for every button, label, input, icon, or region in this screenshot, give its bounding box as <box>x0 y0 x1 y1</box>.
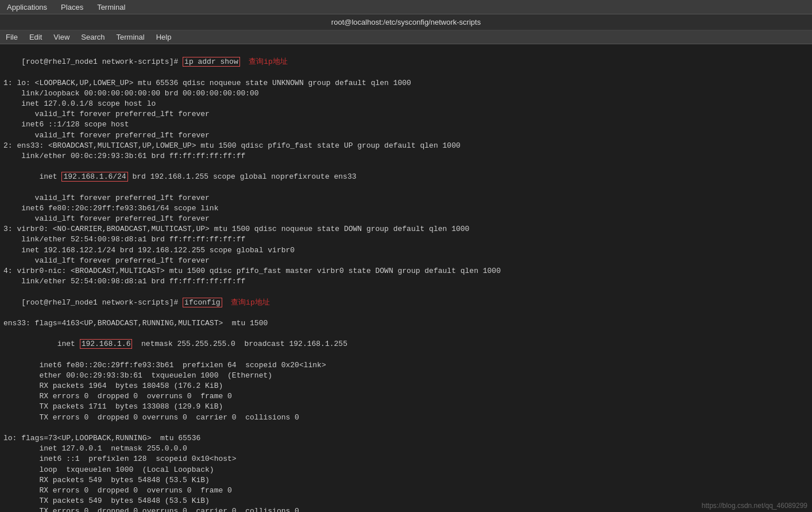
terminal-line-34: RX errors 0 dropped 0 overruns 0 frame 0 <box>3 486 809 496</box>
title-bar: root@localhost:/etc/sysconfig/network-sc… <box>0 14 812 30</box>
terminal-line-2: link/loopback 00:00:00:00:00:00 brd 00:0… <box>3 88 809 99</box>
annotation-1: 查询ip地址 <box>222 298 270 307</box>
inet-suffix-1: brd 192.168.1.255 scope global noprefixr… <box>128 172 357 181</box>
edit-menu[interactable]: Edit <box>26 32 45 43</box>
prompt-0: [root@rhel7_node1 network-scripts]# <box>21 57 183 66</box>
view-menu[interactable]: View <box>50 32 73 43</box>
terminal-line-23: ether 00:0c:29:93:3b:61 txqueuelen 1000 … <box>3 371 809 381</box>
terminal-line-5: inet6 ::1/128 scope host <box>3 120 809 130</box>
top-menubar: Applications Places Terminal <box>0 0 812 14</box>
terminal-line-28 <box>3 423 809 433</box>
terminal-line-6: valid_lft forever preferred_lft forever <box>3 130 809 141</box>
app-menubar: File Edit View Search Terminal Help <box>0 30 812 44</box>
terminal-line-16: valid_lft forever preferred_lft forever <box>3 256 809 266</box>
terminal-line-11: inet6 fe80::20c:29ff:fe93:3b61/64 scope … <box>3 203 809 214</box>
terminal-content[interactable]: [root@rhel7_node1 network-scripts]# ip a… <box>0 44 812 512</box>
inet-prefix-2: inet <box>21 340 79 348</box>
inet-prefix-1: inet <box>21 172 61 181</box>
terminal-line-25: RX errors 0 dropped 0 overruns 0 frame 0 <box>3 391 809 402</box>
terminal-line-27: TX errors 0 dropped 0 overruns 0 carrier… <box>3 413 809 423</box>
terminal-line-20: ens33: flags=4163<UP,BROADCAST,RUNNING,M… <box>3 318 809 329</box>
terminal-line-15: inet 192.168.122.1/24 brd 192.168.122.25… <box>3 245 809 256</box>
search-menu[interactable]: Search <box>78 32 108 43</box>
help-menu[interactable]: Help <box>153 32 175 43</box>
terminal-line-12: valid_lft forever preferred_lft forever <box>3 214 809 224</box>
terminal-line-0: [root@rhel7_node1 network-scripts]# ip a… <box>3 47 809 78</box>
terminal-line-30: inet 127.0.0.1 netmask 255.0.0.0 <box>3 444 809 454</box>
applications-menu[interactable]: Applications <box>5 2 49 13</box>
annotation-0: 查询ip地址 <box>240 57 288 66</box>
terminal-line-18: link/ether 52:54:00:98:d8:a1 brd ff:ff:f… <box>3 276 809 287</box>
places-menu[interactable]: Places <box>59 2 86 13</box>
terminal-line-9: inet 192.168.1.6/24 brd 192.168.1.255 sc… <box>3 161 809 193</box>
terminal-line-4: valid_lft forever preferred_lft forever <box>3 109 809 120</box>
terminal-line-17: 4: virbr0-nic: <BROADCAST,MULTICAST> mtu… <box>3 266 809 276</box>
terminal-line-35: TX packets 549 bytes 54848 (53.5 KiB) <box>3 496 809 506</box>
inet-suffix-2: netmask 255.255.255.0 broadcast 192.168.… <box>132 340 347 348</box>
terminal-line-32: loop txqueuelen 1000 (Local Loopback) <box>3 465 809 475</box>
terminal-line-10: valid_lft forever preferred_lft forever <box>3 193 809 203</box>
prompt-1: [root@rhel7_node1 network-scripts]# <box>21 298 183 307</box>
cmd-ifconfig: ifconfig <box>183 298 222 307</box>
terminal-line-19: [root@rhel7_node1 network-scripts]# ifco… <box>3 287 809 318</box>
terminal-line-13: 3: virbr0: <NO-CARRIER,BROADCAST,MULTICA… <box>3 224 809 234</box>
terminal-line-33: RX packets 549 bytes 54848 (53.5 KiB) <box>3 475 809 486</box>
terminal-line-3: inet 127.0.0.1/8 scope host lo <box>3 99 809 109</box>
terminal-line-8: link/ether 00:0c:29:93:3b:61 brd ff:ff:f… <box>3 151 809 161</box>
terminal-line-21: inet 192.168.1.6 netmask 255.255.255.0 b… <box>3 329 809 360</box>
terminal-line-26: TX packets 1711 bytes 133088 (129.9 KiB) <box>3 402 809 412</box>
watermark: https://blog.csdn.net/qq_46089299 <box>702 502 807 510</box>
terminal-menu[interactable]: Terminal <box>95 2 127 13</box>
ip-addr-ifconfig-ens33: 192.168.1.6 <box>80 339 133 349</box>
terminal-line-7: 2: ens33: <BROADCAST,MULTICAST,UP,LOWER_… <box>3 141 809 151</box>
terminal-line-1: 1: lo: <LOOPBACK,UP,LOWER_UP> mtu 65536 … <box>3 78 809 88</box>
cmd-ip-addr-show: ip addr show <box>183 57 240 67</box>
terminal-app-menu[interactable]: Terminal <box>113 32 148 43</box>
terminal-line-24: RX packets 1964 bytes 180458 (176.2 KiB) <box>3 381 809 391</box>
terminal-line-22: inet6 fe80::20c:29ff:fe93:3b61 prefixlen… <box>3 360 809 371</box>
terminal-line-36: TX errors 0 dropped 0 overruns 0 carrier… <box>3 506 809 512</box>
terminal-line-14: link/ether 52:54:00:98:d8:a1 brd ff:ff:f… <box>3 234 809 245</box>
terminal-line-31: inet6 ::1 prefixlen 128 scopeid 0x10<hos… <box>3 454 809 464</box>
file-menu[interactable]: File <box>2 32 21 43</box>
window-title: root@localhost:/etc/sysconfig/network-sc… <box>331 18 481 26</box>
ip-addr-ens33: 192.168.1.6/24 <box>61 172 127 182</box>
terminal-line-29: lo: flags=73<UP,LOOPBACK,RUNNING> mtu 65… <box>3 433 809 444</box>
